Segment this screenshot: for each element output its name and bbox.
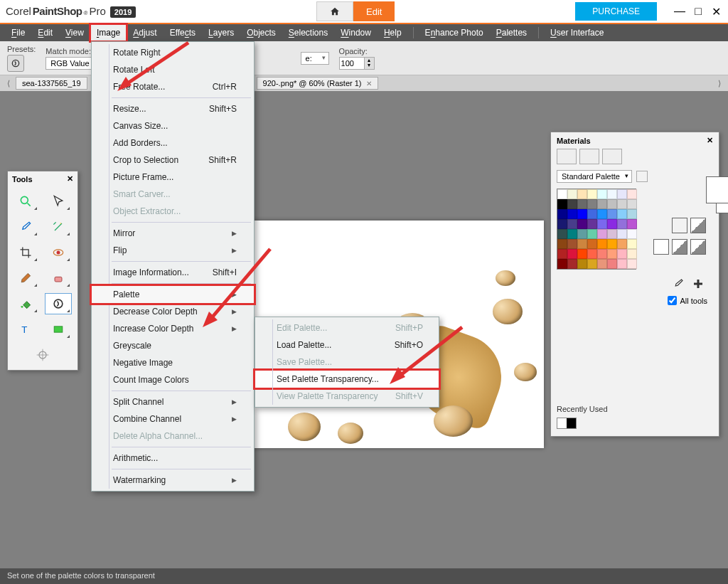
mi-greyscale[interactable]: Greyscale [92, 337, 254, 354]
mi-arithmetic[interactable]: Arithmetic... [92, 450, 254, 467]
color-swatches[interactable] [557, 189, 636, 270]
doc-tab-1[interactable]: sea-1337565_19 [16, 77, 87, 90]
text-tool[interactable]: T [12, 319, 39, 340]
smi-view-transparency: View Palette TransparencyShift+V [255, 388, 439, 405]
svg-point-5 [57, 251, 60, 255]
mi-decrease-depth[interactable]: Decrease Color Depth▶ [92, 303, 254, 320]
mi-split-channel[interactable]: Split Channel▶ [92, 393, 254, 410]
swatch-tab-1[interactable] [557, 149, 577, 164]
mi-combine-channel[interactable]: Combine Channel▶ [92, 410, 254, 428]
redeye-tool[interactable] [45, 242, 72, 263]
swap-swatch[interactable] [672, 218, 687, 233]
menu-objects[interactable]: Objects [241, 25, 282, 41]
tab-nav-left[interactable]: ⟨ [4, 79, 13, 88]
symmetric-tool[interactable] [29, 344, 56, 366]
smi-edit-palette: Edit Palette...Shift+P [255, 319, 439, 336]
crop-tool[interactable] [12, 242, 39, 263]
shape-tool[interactable] [45, 319, 72, 340]
style-swatch-3[interactable] [690, 239, 706, 255]
close-icon[interactable]: ✕ [711, 5, 722, 18]
mi-add-borders[interactable]: Add Borders... [92, 134, 254, 152]
blend-dropdown[interactable]: e: [301, 52, 329, 65]
mi-watermarking[interactable]: Watermarking▶ [92, 472, 254, 489]
tab-close-icon[interactable]: ✕ [366, 80, 372, 87]
fill-tool[interactable] [12, 293, 39, 314]
menu-user-interface[interactable]: User Interface [545, 25, 609, 41]
tab-nav-right[interactable]: ⟩ [715, 79, 724, 88]
all-tools-label: All tools [680, 297, 707, 305]
menu-window[interactable]: Window [335, 25, 377, 41]
mi-rotate-right[interactable]: Rotate Right [92, 44, 254, 61]
mi-free-rotate[interactable]: Free Rotate...Ctrl+R [92, 78, 254, 95]
menu-selections[interactable]: Selections [283, 25, 333, 41]
svg-rect-9 [54, 326, 63, 332]
image-menu: Rotate Right Rotate Left Free Rotate...C… [91, 41, 255, 492]
swatch-tab-2[interactable] [579, 149, 599, 164]
svg-rect-14 [697, 280, 700, 288]
menu-image[interactable]: Image [91, 25, 126, 41]
purchase-button[interactable]: PURCHASE [575, 2, 657, 21]
menu-layers[interactable]: Layers [203, 25, 240, 41]
mi-palette[interactable]: Palette▶ [92, 286, 254, 303]
opacity-label: Opacity: [339, 47, 375, 55]
mi-flip[interactable]: Flip▶ [92, 242, 254, 259]
dropper-icon[interactable] [672, 277, 685, 290]
tools-palette: Tools✕ T [7, 171, 78, 371]
add-icon[interactable] [692, 277, 705, 290]
color-replace-tool[interactable] [45, 293, 72, 314]
doc-tab-2[interactable]: 920-.png* @ 60% (Raster 1)✕ [257, 77, 378, 90]
mi-rotate-left[interactable]: Rotate Left [92, 61, 254, 78]
mi-object-extractor: Object Extractor... [92, 203, 254, 220]
palette-list-icon[interactable] [636, 171, 648, 182]
svg-point-3 [60, 223, 62, 224]
mi-increase-depth[interactable]: Increase Color Depth▶ [92, 320, 254, 337]
magic-wand-tool[interactable] [45, 216, 72, 238]
style-swatch-2[interactable] [672, 239, 687, 255]
pointer-tool[interactable] [45, 191, 72, 212]
all-tools-checkbox[interactable] [668, 296, 677, 305]
minimize-icon[interactable]: — [674, 5, 685, 18]
mi-resize[interactable]: Resize...Shift+S [92, 100, 254, 117]
palette-submenu: Edit Palette...Shift+P Load Palette...Sh… [255, 317, 439, 408]
mi-negative[interactable]: Negative Image [92, 354, 254, 371]
svg-rect-6 [55, 277, 62, 282]
mi-crop[interactable]: Crop to SelectionShift+R [92, 152, 254, 169]
mi-canvas-size[interactable]: Canvas Size... [92, 117, 254, 134]
menu-adjust[interactable]: Adjust [127, 25, 162, 41]
menu-help[interactable]: Help [378, 25, 407, 41]
svg-text:T: T [21, 324, 27, 335]
dropper-tool[interactable] [12, 216, 39, 238]
app-logo: Corel PaintShop® Pro 2019 [6, 5, 136, 18]
home-tab[interactable] [316, 1, 353, 21]
menu-view[interactable]: View [60, 25, 90, 41]
status-bar: Set one of the palette colors to transpa… [0, 568, 728, 584]
menu-enhance-photo[interactable]: Enhance Photo [419, 25, 489, 41]
edit-tab[interactable]: Edit [353, 1, 395, 21]
mi-picture-frame[interactable]: Picture Frame... [92, 169, 254, 186]
smi-load-palette[interactable]: Load Palette...Shift+O [255, 336, 439, 354]
menu-effects[interactable]: Effects [164, 25, 201, 41]
tools-title: Tools [12, 175, 33, 184]
menu-palettes[interactable]: Palettes [491, 25, 532, 41]
menu-file[interactable]: File [6, 25, 31, 41]
palette-dropdown[interactable]: Standard Palette [557, 170, 632, 183]
mi-image-info[interactable]: Image Information...Shift+I [92, 264, 254, 281]
brush-tool[interactable] [12, 267, 39, 289]
smi-set-transparency[interactable]: Set Palette Transparency... [255, 371, 439, 388]
materials-title: Materials [557, 137, 591, 145]
maximize-icon[interactable]: □ [692, 5, 704, 18]
recent-swatch[interactable] [557, 418, 577, 429]
tools-close-icon[interactable]: ✕ [67, 174, 73, 184]
menu-edit[interactable]: Edit [32, 25, 58, 41]
presets-button[interactable] [7, 55, 24, 72]
materials-close-icon[interactable]: ✕ [707, 136, 713, 145]
mi-count-colors[interactable]: Count Image Colors [92, 371, 254, 388]
recently-used-label: Recently Used [551, 402, 719, 416]
eraser-tool[interactable] [45, 267, 72, 289]
reset-swatch[interactable] [690, 218, 706, 233]
mi-mirror[interactable]: Mirror▶ [92, 225, 254, 242]
style-swatch-1[interactable] [653, 239, 669, 255]
swatch-tab-3[interactable] [602, 149, 622, 164]
zoom-tool[interactable] [12, 191, 39, 212]
opacity-input[interactable]: ▴▾ [339, 57, 375, 70]
